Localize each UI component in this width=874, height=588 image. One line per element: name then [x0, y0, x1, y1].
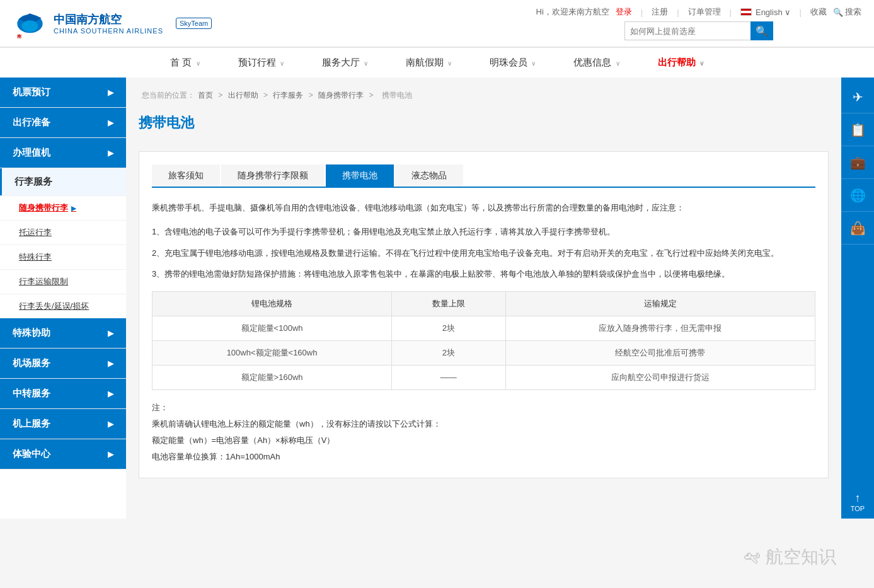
sidebar-main-item[interactable]: 出行准备 ▶ [0, 108, 126, 137]
table-header: 运输规定 [505, 291, 815, 316]
flight-icon-symbol: ✈ [853, 89, 863, 105]
top-button[interactable]: ↑TOP [841, 486, 874, 519]
tab[interactable]: 携带电池 [326, 164, 394, 187]
sidebar-arrow: ▶ [108, 88, 113, 97]
note-section: 注： 乘机前请确认锂电池上标注的额定能量（wh），没有标注的请按以下公式计算： … [152, 400, 815, 465]
search-bar: 🔍 [624, 21, 773, 40]
content-point: 3、携带的锂电池需做好防短路保护措施：将锂电池放入原零售包装中，在暴露的电极上贴… [152, 267, 815, 281]
nav-arrow: ∨ [280, 60, 284, 67]
note-label: 注： [152, 400, 815, 416]
checkin-icon[interactable]: 📋 [841, 113, 874, 146]
register-button[interactable]: 注册 [652, 6, 668, 18]
table-header: 锂电池规格 [152, 291, 392, 316]
breadcrumb-link[interactable]: 随身携带行李 [318, 91, 364, 100]
breadcrumb-link[interactable]: 首页 [198, 91, 213, 100]
tab[interactable]: 液态物品 [395, 164, 463, 187]
sidebar-sub-item[interactable]: 托运行李 [0, 220, 126, 245]
sidebar-main-item[interactable]: 机票预订 ▶ [0, 78, 126, 107]
tab[interactable]: 随身携带行李限额 [221, 164, 325, 187]
sidebar-label: 机票预订 [13, 86, 50, 98]
sidebar-main-item[interactable]: 办理值机 ▶ [0, 138, 126, 168]
main-content: 您当前的位置：首页 > 出行帮助 > 行李服务 > 随身携带行李 > 携带电池 … [126, 78, 841, 519]
baggage-icon[interactable]: 💼 [841, 146, 874, 179]
table-cell: 2块 [392, 340, 505, 365]
search-text-button[interactable]: 🔍 搜索 [833, 6, 861, 18]
header-right: Hi，欢迎来南方航空 登录 | 注册 | 订单管理 | English ∨ | … [536, 6, 861, 40]
breadcrumb-current: 携带电池 [382, 91, 412, 100]
bag2-icon[interactable]: 👜 [841, 212, 874, 245]
tab[interactable]: 旅客须知 [152, 164, 220, 187]
flag-icon [740, 8, 752, 16]
nav-arrow: ∨ [196, 60, 200, 67]
sidebar-item: 特殊协助 ▶ [0, 318, 126, 349]
nav-arrow: ∨ [616, 60, 620, 67]
nav-item[interactable]: 明珠会员 ∨ [471, 48, 555, 78]
search-button[interactable]: 🔍 [750, 21, 773, 40]
search-submit-icon: 🔍 [756, 25, 768, 37]
sidebar-main-item[interactable]: 机场服务 ▶ [0, 349, 126, 378]
nav-item[interactable]: 服务大厅 ∨ [303, 48, 387, 78]
sidebar-item: 办理值机 ▶ [0, 138, 126, 168]
note-line1: 乘机前请确认锂电池上标注的额定能量（wh），没有标注的请按以下公式计算： [152, 416, 815, 432]
body-wrap: 机票预订 ▶ 出行准备 ▶ 办理值机 ▶ 行李服务随身携带行李托运行李特殊行李行… [0, 78, 874, 519]
sidebar-main-item[interactable]: 机上服务 ▶ [0, 409, 126, 439]
note-line3: 电池容量单位换算：1Ah=1000mAh [152, 449, 815, 465]
order-management-button[interactable]: 订单管理 [688, 6, 721, 18]
nav-item[interactable]: 南航假期 ∨ [387, 48, 471, 78]
greeting-text: Hi，欢迎来南方航空 [536, 6, 609, 18]
sidebar-arrow: ▶ [108, 149, 113, 158]
content-point: 2、充电宝属于锂电池移动电源，按锂电池规格及数量进行运输。不得在飞行过程中使用充… [152, 246, 815, 260]
table-cell: 应放入随身携带行李，但无需申报 [505, 316, 815, 340]
sidebar-arrow: ▶ [108, 359, 113, 368]
nav-item[interactable]: 出行帮助 ∨ [639, 48, 723, 78]
sidebar-sub-item[interactable]: 随身携带行李 [0, 195, 126, 220]
sidebar-sub-item[interactable]: 行李丢失/延误/损坏 [0, 294, 126, 318]
page-title: 携带电池 [139, 113, 829, 139]
baggage-icon-symbol: 💼 [850, 155, 866, 170]
sidebar-arrow: ▶ [108, 389, 113, 398]
breadcrumb-link[interactable]: 出行帮助 [228, 91, 258, 100]
login-button[interactable]: 登录 [616, 6, 632, 18]
sidebar-label: 体验中心 [13, 448, 50, 460]
sidebar-main-item[interactable]: 体验中心 ▶ [0, 439, 126, 469]
breadcrumb: 您当前的位置：首页 > 出行帮助 > 行李服务 > 随身携带行李 > 携带电池 [139, 87, 829, 104]
search-icon: 🔍 [833, 8, 843, 17]
sidebar-sub-item[interactable]: 特殊行李 [0, 245, 126, 269]
sidebar-item: 体验中心 ▶ [0, 439, 126, 470]
nav-arrow: ∨ [447, 60, 452, 67]
sidebar-parent-item[interactable]: 行李服务 [0, 168, 126, 195]
logo-icon: 南 [13, 8, 47, 39]
language-selector[interactable]: English ∨ [740, 8, 791, 17]
sidebar-arrow: ▶ [108, 329, 113, 338]
table-cell: 100wh<额定能量<160wh [152, 340, 392, 365]
search-input[interactable] [624, 21, 750, 40]
svg-text:南: 南 [17, 33, 21, 39]
favorites-button[interactable]: 收藏 [810, 6, 827, 18]
breadcrumb-link[interactable]: 行李服务 [273, 91, 303, 100]
table-header: 数量上限 [392, 291, 505, 316]
svg-point-2 [22, 20, 38, 32]
sidebar-item: 出行准备 ▶ [0, 108, 126, 138]
search-label: 搜索 [845, 6, 861, 18]
table-row: 100wh<额定能量<160wh2块经航空公司批准后可携带 [152, 340, 815, 365]
sidebar-label: 机上服务 [13, 418, 50, 430]
top-arrow-icon: ↑ [855, 492, 861, 505]
header: 南 中国南方航空 CHINA SOUTHERN AIRLINES SkyTeam… [0, 0, 874, 78]
sidebar-label: 特殊协助 [13, 327, 50, 339]
nav-item[interactable]: 优惠信息 ∨ [555, 48, 638, 78]
nav-item[interactable]: 预订行程 ∨ [219, 48, 303, 78]
sidebar-main-item[interactable]: 中转服务 ▶ [0, 379, 126, 408]
flight-icon[interactable]: ✈ [841, 81, 874, 113]
sidebar-label: 办理值机 [13, 147, 50, 159]
content-point: 1、含锂电池的电子设备可以可作为手提行李携带登机；备用锂电池及充电宝禁止放入托运… [152, 224, 815, 239]
sidebar-item: 机场服务 ▶ [0, 349, 126, 379]
sidebar-arrow: ▶ [108, 450, 113, 459]
sidebar-main-item[interactable]: 特殊协助 ▶ [0, 318, 126, 348]
service-icon-symbol: 🌐 [850, 188, 866, 203]
note-line2: 额定能量（wh）=电池容量（Ah）×标称电压（V） [152, 432, 815, 449]
sidebar-item: 机上服务 ▶ [0, 409, 126, 439]
nav-item[interactable]: 首 页 ∨ [151, 48, 219, 78]
sidebar-sub-item[interactable]: 行李运输限制 [0, 269, 126, 294]
table-cell: 2块 [392, 316, 505, 340]
service-icon[interactable]: 🌐 [841, 179, 874, 212]
